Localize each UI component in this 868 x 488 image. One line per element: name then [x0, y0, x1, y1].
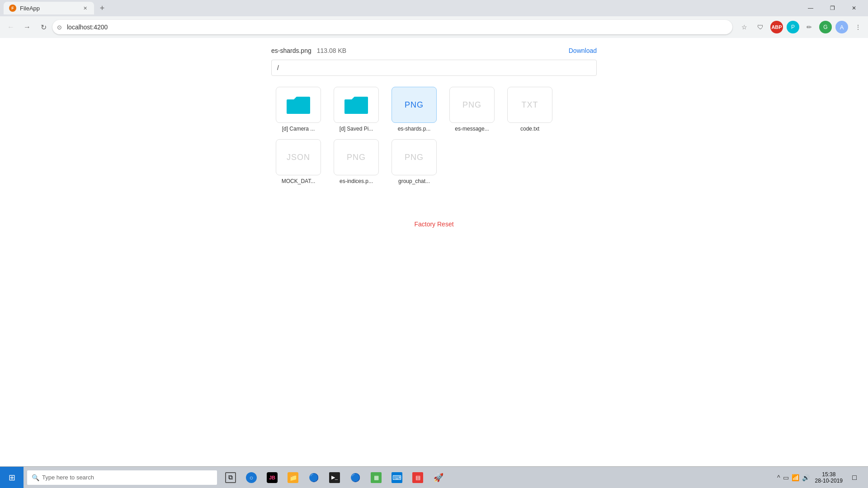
vscode-taskbar[interactable]: ⌨	[387, 468, 407, 488]
menu-icon[interactable]: ⋮	[852, 21, 864, 33]
chrome2-icon: 🔵	[350, 472, 361, 483]
file-icon: TXT	[507, 87, 552, 123]
g-icon[interactable]: G	[819, 21, 832, 33]
file-icon	[276, 87, 321, 123]
chrome-icon: 🔵	[308, 472, 319, 483]
windows-icon: ⊞	[9, 473, 15, 483]
new-tab-button[interactable]: +	[96, 2, 108, 14]
file-item[interactable]: PNGes-message...	[445, 85, 499, 134]
file-info-bar: es-shards.png 113.08 KB Download	[271, 47, 597, 54]
adblock-icon[interactable]: ABP	[770, 21, 783, 33]
wifi-icon: 📶	[792, 474, 799, 481]
file-item[interactable]: PNGgroup_chat...	[387, 137, 441, 186]
lock-icon: ⊙	[57, 24, 62, 31]
file-label: code.txt	[520, 126, 539, 132]
taskbar: ⊞ 🔍 Type here to search ⧉ ○ JB 📁 🔵 ▶_ 🔵 …	[0, 466, 868, 488]
cortana-button[interactable]: ○	[241, 468, 261, 488]
shield-icon[interactable]: 🛡	[754, 21, 767, 33]
avatar-icon[interactable]: A	[835, 21, 848, 33]
bookmark-star-icon[interactable]: ☆	[738, 21, 750, 33]
file-label: [d] Camera ...	[282, 126, 315, 132]
file-item[interactable]: [d] Saved Pi...	[329, 85, 383, 134]
file-label: [d] Saved Pi...	[340, 126, 373, 132]
kanban-taskbar[interactable]: ▤	[408, 468, 428, 488]
chrome2-taskbar[interactable]: 🔵	[345, 468, 365, 488]
network-monitor-icon: ▭	[783, 474, 789, 481]
file-explorer-icon: 📁	[288, 472, 298, 483]
file-icon: PNG	[392, 139, 437, 175]
jetbrains-taskbar[interactable]: JB	[262, 468, 282, 488]
file-type-badge: TXT	[522, 100, 538, 110]
nav-bar: ← → ↻ ⊙ ☆ 🛡 ABP P ✏ G A ⋮	[0, 16, 868, 38]
file-item[interactable]: JSONMOCK_DAT...	[271, 137, 326, 186]
file-type-badge: PNG	[462, 100, 481, 110]
file-explorer-taskbar[interactable]: 📁	[283, 468, 303, 488]
file-icon: JSON	[276, 139, 321, 175]
system-icons: ^ ▭ 📶 🔊	[777, 474, 810, 481]
file-icon	[334, 87, 379, 123]
file-type-badge: PNG	[405, 153, 424, 162]
back-button[interactable]: ←	[4, 20, 18, 34]
file-item[interactable]: [d] Camera ...	[271, 85, 326, 134]
rocket-icon: 🚀	[433, 472, 444, 483]
chevron-up-icon[interactable]: ^	[777, 474, 780, 481]
refresh-button[interactable]: ↻	[36, 20, 51, 34]
tab-bar: F FileApp ✕ + — ❐ ✕	[0, 0, 868, 16]
page-content: es-shards.png 113.08 KB Download / [d] C…	[0, 38, 868, 237]
file-label: es-shards.p...	[398, 126, 431, 132]
pen-icon[interactable]: ✏	[803, 21, 816, 33]
tab-close-button[interactable]: ✕	[81, 5, 89, 12]
cortana-icon: ○	[246, 472, 257, 483]
time-display: 15:38	[822, 471, 835, 478]
volume-icon[interactable]: 🔊	[802, 474, 810, 481]
notification-button[interactable]: □	[844, 468, 864, 488]
jetbrains-icon: JB	[267, 472, 278, 483]
browser-chrome: F FileApp ✕ + — ❐ ✕ ← → ↻ ⊙ ☆ 🛡 ABP P ✏ …	[0, 0, 868, 38]
taskbar-search[interactable]: 🔍 Type here to search	[27, 470, 217, 485]
terminal-taskbar[interactable]: ▶_	[325, 468, 344, 488]
address-bar-wrapper: ⊙	[52, 20, 732, 34]
selected-file-name: es-shards.png	[271, 47, 311, 54]
search-placeholder: Type here to search	[42, 474, 94, 481]
maximize-button[interactable]: ❐	[822, 0, 843, 16]
task-view-icon: ⧉	[225, 472, 236, 483]
file-item[interactable]: PNGes-indices.p...	[329, 137, 383, 186]
file-icon: PNG	[392, 87, 437, 123]
file-label: MOCK_DAT...	[282, 178, 315, 184]
factory-reset-button[interactable]: Factory Reset	[414, 221, 453, 228]
current-path: /	[277, 64, 279, 71]
file-icon: PNG	[334, 139, 379, 175]
kanban-icon: ▤	[412, 472, 423, 483]
file-label: group_chat...	[398, 178, 430, 184]
tablet-taskbar[interactable]: ▦	[366, 468, 386, 488]
task-view-button[interactable]: ⧉	[221, 468, 241, 488]
search-icon: 🔍	[32, 474, 39, 481]
file-item[interactable]: TXTcode.txt	[503, 85, 557, 134]
vscode-icon: ⌨	[392, 472, 402, 483]
path-bar[interactable]: /	[271, 60, 597, 76]
forward-button[interactable]: →	[20, 20, 34, 34]
date-display: 28-10-2019	[815, 478, 843, 484]
selected-file-size: 113.08 KB	[317, 47, 346, 54]
browser-tab[interactable]: F FileApp ✕	[4, 2, 94, 14]
minimize-button[interactable]: —	[800, 0, 821, 16]
address-input[interactable]	[52, 20, 732, 34]
file-type-badge: PNG	[347, 153, 366, 162]
terminal-icon: ▶_	[329, 472, 340, 483]
rocket-taskbar[interactable]: 🚀	[429, 468, 448, 488]
chrome-taskbar[interactable]: 🔵	[304, 468, 324, 488]
notification-icon: □	[852, 474, 857, 482]
tab-favicon: F	[9, 5, 16, 12]
start-button[interactable]: ⊞	[0, 467, 24, 488]
taskbar-right: ^ ▭ 📶 🔊 15:38 28-10-2019 □	[777, 468, 868, 488]
profile-icon[interactable]: P	[787, 21, 799, 33]
file-icon: PNG	[449, 87, 495, 123]
download-link[interactable]: Download	[569, 47, 597, 54]
tablet-icon: ▦	[371, 472, 382, 483]
file-item[interactable]: PNGes-shards.p...	[387, 85, 441, 134]
taskbar-icons: ⧉ ○ JB 📁 🔵 ▶_ 🔵 ▦ ⌨ ▤ 🚀	[221, 468, 448, 488]
file-grid: [d] Camera ...[d] Saved Pi...PNGes-shard…	[271, 85, 597, 186]
file-label: es-indices.p...	[340, 178, 373, 184]
close-window-button[interactable]: ✕	[844, 0, 864, 16]
window-controls: — ❐ ✕	[800, 0, 864, 16]
